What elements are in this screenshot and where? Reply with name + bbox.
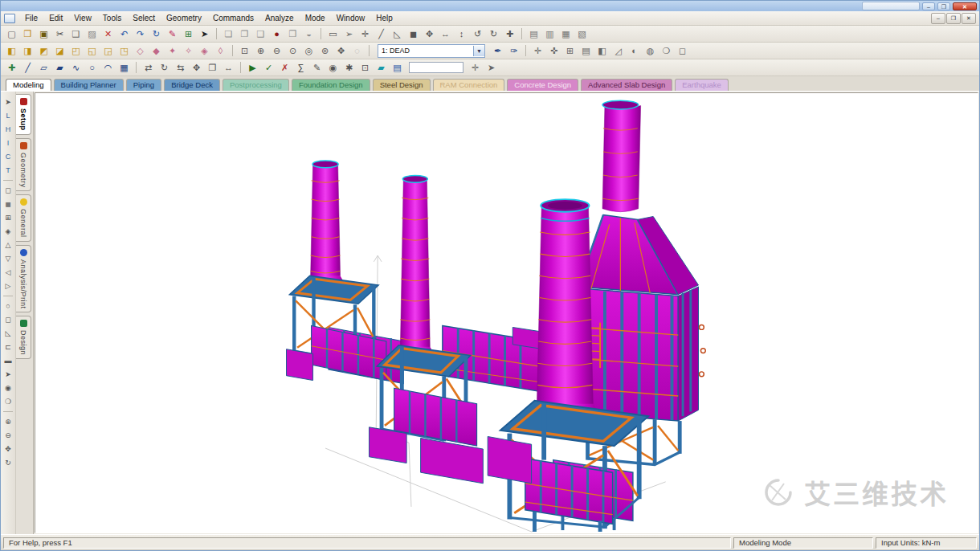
record-macro-icon[interactable]: ● [269,27,284,41]
open-file-icon[interactable]: ❒ [20,27,35,41]
print-preview-icon[interactable]: ❏ [221,27,236,41]
zoom-out-rail-icon[interactable]: ⊖ [2,429,15,442]
perspective-icon[interactable]: ◿ [610,43,626,58]
move-geometry-icon[interactable]: ✥ [189,60,204,75]
tab-building-planner[interactable]: Building Planner [54,79,124,91]
add-beam-icon[interactable]: ╱ [20,60,35,75]
pan-rail-icon[interactable]: ✥ [2,443,15,455]
pick-rail-icon[interactable]: ➤ [2,368,15,381]
redo-icon[interactable]: ↷ [133,27,148,41]
menu-tools[interactable]: Tools [97,13,127,23]
section-channel-icon[interactable]: ⊏ [2,341,15,353]
section-t-icon[interactable]: T [2,164,15,177]
render-icon[interactable]: ◧ [594,43,610,58]
page-tab-general[interactable]: General [16,194,31,242]
cut-icon[interactable]: ✂ [52,27,67,41]
coordinate-input[interactable] [409,62,463,73]
tab-ram-connection[interactable]: RAM Connection [433,79,505,91]
error-check-icon[interactable]: ✗ [277,60,292,75]
rotate-down-icon[interactable]: ▽ [2,252,15,265]
print-icon[interactable]: ❐ [237,27,252,41]
rotate-left-icon[interactable]: ↺ [470,27,485,41]
child-minimize-button[interactable]: – [931,13,945,24]
script-icon[interactable]: ✎ [309,60,325,75]
chevron-down-icon[interactable]: ▼ [473,46,484,56]
tab-bridge-deck[interactable]: Bridge Deck [164,79,220,91]
menu-mode[interactable]: Mode [300,13,331,23]
section-bar-icon[interactable]: ▬ [2,354,15,367]
load-case-dropdown[interactable]: 1: DEAD ▼ [378,44,485,58]
view-cube-se-icon[interactable]: ◲ [100,43,116,58]
menu-window[interactable]: Window [331,13,371,23]
settings-icon[interactable]: ✱ [341,60,357,75]
move-tool-icon[interactable]: ✥ [422,27,437,41]
section-l-icon[interactable]: L [2,109,15,122]
section-tube-icon[interactable]: ◻ [2,313,15,326]
rotate-y-icon[interactable]: ◆ [149,43,164,58]
page-tab-design[interactable]: Design [16,316,31,359]
display-options-icon[interactable]: ▤ [390,60,405,75]
vertical-arrows-icon[interactable]: ↕ [454,27,469,41]
plate-cursor-icon[interactable]: ◺ [390,27,405,41]
view-cube-top-icon[interactable]: ◧ [4,43,19,58]
inspect-icon[interactable]: ◉ [325,60,341,75]
page-tab-setup[interactable]: Setup [16,94,31,135]
menu-edit[interactable]: Edit [43,13,68,23]
menu-commands[interactable]: Commands [207,13,259,23]
view-cube-ne-icon[interactable]: ◰ [68,43,84,58]
tab-postprocessing[interactable]: Postprocessing [223,79,289,91]
model-viewport[interactable]: 艾三维技术 [35,92,978,533]
view-cube-iso-icon[interactable]: ◪ [52,43,67,58]
edit-pencil-icon[interactable]: ✎ [165,27,180,41]
beam-cursor-icon[interactable]: ╱ [374,27,389,41]
view-cube-side-icon[interactable]: ◩ [36,43,51,58]
window-close-button[interactable]: ✕ [953,2,977,10]
menu-analyze[interactable]: Analyze [259,13,300,23]
symbols-icon[interactable]: ✛ [530,43,545,58]
add-solid-icon[interactable]: ▰ [52,60,67,75]
zoom-window-icon[interactable]: ⊙ [285,43,300,58]
save-icon[interactable]: ▣ [36,27,51,41]
snapshot-rail-icon[interactable]: ❍ [2,395,15,408]
mesh-icon[interactable]: ▦ [116,60,132,75]
refresh-icon[interactable]: ↻ [149,27,164,41]
spin-left-icon[interactable]: ◈ [197,43,212,58]
circular-repeat-icon[interactable]: ↻ [157,60,172,75]
rotate-x-icon[interactable]: ◇ [133,43,148,58]
add-arc-icon[interactable]: ◠ [100,60,116,75]
snapshot-icon[interactable]: ❍ [659,43,674,58]
tab-piping[interactable]: Piping [126,79,161,91]
menu-geometry[interactable]: Geometry [161,13,207,23]
rotate-z-icon[interactable]: ✦ [165,43,180,58]
add-curve-icon[interactable]: ∿ [68,60,84,75]
tab-modeling[interactable]: Modeling [6,79,51,91]
tab-advanced-slab-design[interactable]: Advanced Slab Design [581,79,672,91]
menu-help[interactable]: Help [370,13,398,23]
menu-select[interactable]: Select [127,13,161,23]
child-restore-button[interactable]: ❐ [946,13,961,24]
pointer-icon[interactable]: ➤ [197,27,212,41]
section-h-icon[interactable]: H [2,123,15,136]
section-angle-icon[interactable]: ◺ [2,327,15,340]
labels-icon[interactable]: ▤ [578,43,594,58]
section-pipe-icon[interactable]: ○ [2,300,15,312]
export-view-icon[interactable]: ❒ [285,27,300,41]
select-parallel-icon[interactable]: ➤ [2,96,15,108]
add-node-icon[interactable]: ✚ [4,60,19,75]
view-cube-nw-icon[interactable]: ◱ [84,43,100,58]
menu-view[interactable]: View [68,13,97,23]
report-icon[interactable]: ❑ [253,27,268,41]
spin-right-icon[interactable]: ◊ [213,43,228,58]
rotate-left-rail-icon[interactable]: ◁ [2,266,15,279]
rotate-right-rail-icon[interactable]: ▷ [2,280,15,292]
tab-foundation-design[interactable]: Foundation Design [292,79,370,91]
copy-icon[interactable]: ❑ [68,27,84,41]
view-cube-sw-icon[interactable]: ◳ [116,43,132,58]
view-side-icon[interactable]: ◼ [2,198,15,210]
window-maximize-button[interactable]: ❒ [937,2,950,10]
copy-geometry-icon[interactable]: ❐ [205,60,220,75]
units-icon[interactable]: ⊡ [357,60,373,75]
refresh-rail-icon[interactable]: ↻ [2,456,15,469]
wireframe-icon[interactable]: ◍ [643,43,658,58]
rotate-view-icon[interactable]: ✧ [181,43,196,58]
